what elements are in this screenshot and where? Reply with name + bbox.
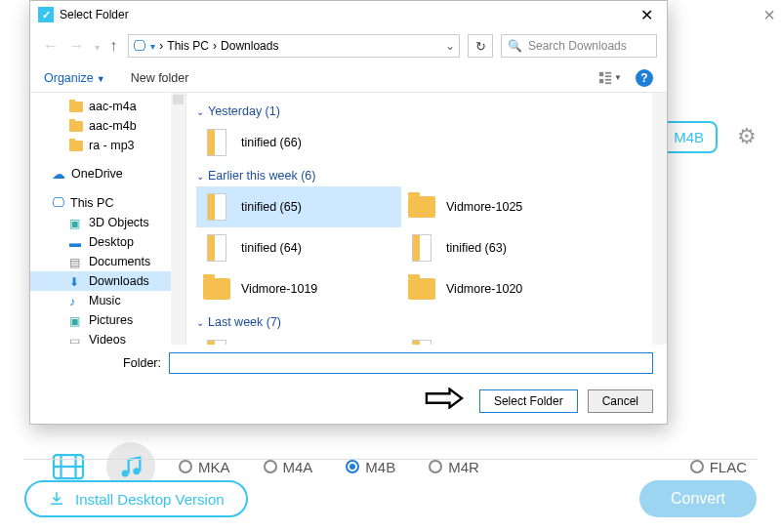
folder-icon xyxy=(69,102,83,112)
folder-item[interactable]: Vidmore-1019 xyxy=(196,268,401,309)
divider xyxy=(24,459,757,460)
video-icon: ▭ xyxy=(69,334,83,345)
svg-rect-7 xyxy=(605,71,611,73)
folder-item[interactable]: tinified (64) xyxy=(196,227,401,268)
svg-rect-6 xyxy=(599,71,603,75)
folder-item[interactable]: Vidmore-1020 xyxy=(401,268,606,309)
chevron-down-icon[interactable]: ▾ xyxy=(95,42,100,53)
organize-menu[interactable]: Organize▼ xyxy=(44,71,105,85)
chevron-down-icon: ⌄ xyxy=(196,106,204,117)
format-label: MKA xyxy=(198,459,230,475)
folder-thumb-icon xyxy=(207,129,226,156)
download-icon xyxy=(48,490,65,508)
tree-item-pictures[interactable]: ▣Pictures xyxy=(30,310,185,330)
picture-icon: ▣ xyxy=(69,314,83,326)
folder-item[interactable]: tinified (60) xyxy=(401,333,606,345)
folder-content: ⌄Yesterday (1) tinified (66) ⌄Earlier th… xyxy=(186,93,667,345)
monitor-icon: 🖵 xyxy=(133,38,146,54)
dialog-title: Select Folder xyxy=(60,8,635,21)
breadcrumb-root[interactable]: This PC xyxy=(167,39,209,53)
chevron-down-icon[interactable]: ⌄ xyxy=(445,39,455,53)
cancel-button[interactable]: Cancel xyxy=(588,389,653,413)
folder-item[interactable]: tinified (62) xyxy=(196,333,401,345)
folder-icon xyxy=(408,196,435,218)
breadcrumb-sep: › xyxy=(159,39,163,53)
refresh-icon[interactable]: ↻ xyxy=(468,34,493,58)
group-header[interactable]: ⌄Last week (7) xyxy=(196,315,657,329)
gear-icon[interactable]: ⚙ xyxy=(737,124,757,149)
select-folder-dialog: ✓ Select Folder ✕ ← → ▾ ↑ 🖵 ▾ › This PC … xyxy=(29,0,668,425)
folder-icon xyxy=(203,278,230,300)
svg-rect-11 xyxy=(605,82,611,84)
convert-button[interactable]: Convert xyxy=(639,480,757,517)
svg-rect-8 xyxy=(605,75,611,77)
close-icon[interactable]: × xyxy=(763,4,775,26)
search-input[interactable]: 🔍 Search Downloads xyxy=(501,34,657,58)
search-placeholder: Search Downloads xyxy=(528,39,627,53)
format-m4r[interactable]: M4R xyxy=(429,459,479,475)
tree-item-3d[interactable]: ▣3D Objects xyxy=(30,213,185,232)
format-mka[interactable]: MKA xyxy=(179,459,230,475)
breadcrumb-current[interactable]: Downloads xyxy=(221,39,278,53)
select-folder-button[interactable]: Select Folder xyxy=(479,389,578,413)
tree-item-documents[interactable]: ▤Documents xyxy=(30,252,185,271)
folder-icon xyxy=(69,121,83,132)
tree-item[interactable]: aac-m4a xyxy=(30,97,185,116)
tree-item-videos[interactable]: ▭Videos xyxy=(30,330,185,345)
tree-item-thispc[interactable]: 🖵This PC xyxy=(30,192,185,213)
dialog-close-icon[interactable]: ✕ xyxy=(635,6,659,24)
folder-item[interactable]: tinified (66) xyxy=(196,122,401,163)
tree-item-music[interactable]: ♪Music xyxy=(30,291,185,310)
chevron-down-icon: ⌄ xyxy=(196,171,204,182)
folder-thumb-icon xyxy=(207,234,226,262)
svg-rect-9 xyxy=(599,78,603,82)
format-label: M4R xyxy=(448,459,479,475)
folder-input-label: Folder: xyxy=(44,356,161,370)
new-folder-button[interactable]: New folder xyxy=(131,71,189,85)
tree-item[interactable]: ra - mp3 xyxy=(30,136,185,155)
tree-item-desktop[interactable]: ▬Desktop xyxy=(30,232,185,252)
cube-icon: ▣ xyxy=(69,217,83,228)
chevron-down-icon: ⌄ xyxy=(196,317,204,328)
folder-tree: aac-m4a aac-m4b ra - mp3 ☁OneDrive 🖵This… xyxy=(30,93,186,345)
format-label: FLAC xyxy=(710,459,747,475)
tree-item-downloads[interactable]: ⬇Downloads xyxy=(30,271,185,291)
monitor-icon: 🖵 xyxy=(52,195,64,210)
nav-forward-icon[interactable]: → xyxy=(68,37,84,54)
install-label: Install Desktop Version xyxy=(75,491,225,508)
current-format-badge[interactable]: M4B xyxy=(660,121,718,153)
app-logo-icon: ✓ xyxy=(38,7,54,22)
folder-thumb-icon xyxy=(207,340,226,345)
chevron-down-icon: ▾ xyxy=(150,41,155,52)
install-desktop-button[interactable]: Install Desktop Version xyxy=(24,480,248,517)
folder-thumb-icon xyxy=(207,193,226,221)
tree-item[interactable]: aac-m4b xyxy=(30,116,185,136)
folder-thumb-icon xyxy=(412,234,432,262)
view-icon xyxy=(598,71,612,85)
folder-item[interactable]: Vidmore-1025 xyxy=(401,186,606,227)
help-icon[interactable]: ? xyxy=(636,69,653,87)
group-header[interactable]: ⌄Earlier this week (6) xyxy=(196,169,657,183)
download-icon: ⬇ xyxy=(69,275,83,287)
folder-item[interactable]: tinified (65) xyxy=(196,186,401,227)
group-header[interactable]: ⌄Yesterday (1) xyxy=(196,104,657,118)
scrollbar[interactable] xyxy=(171,93,185,345)
folder-input[interactable] xyxy=(169,352,653,374)
desktop-icon: ▬ xyxy=(69,236,83,248)
nav-back-icon[interactable]: ← xyxy=(43,37,59,54)
format-m4a[interactable]: M4A xyxy=(264,459,313,475)
format-flac[interactable]: FLAC xyxy=(690,459,747,475)
arrow-right-icon xyxy=(425,386,464,416)
nav-up-icon[interactable]: ↑ xyxy=(109,37,117,54)
view-options[interactable]: ▼ xyxy=(598,71,622,85)
folder-icon xyxy=(69,141,83,151)
breadcrumb-sep: › xyxy=(213,39,217,53)
breadcrumb[interactable]: 🖵 ▾ › This PC › Downloads ⌄ xyxy=(128,34,460,58)
scrollbar[interactable] xyxy=(652,93,667,345)
format-m4b[interactable]: M4B xyxy=(346,459,395,475)
document-icon: ▤ xyxy=(69,256,83,267)
folder-item[interactable]: tinified (63) xyxy=(401,227,606,268)
format-label: M4B xyxy=(365,459,395,475)
folder-thumb-icon xyxy=(412,340,432,345)
tree-item-onedrive[interactable]: ☁OneDrive xyxy=(30,163,185,184)
